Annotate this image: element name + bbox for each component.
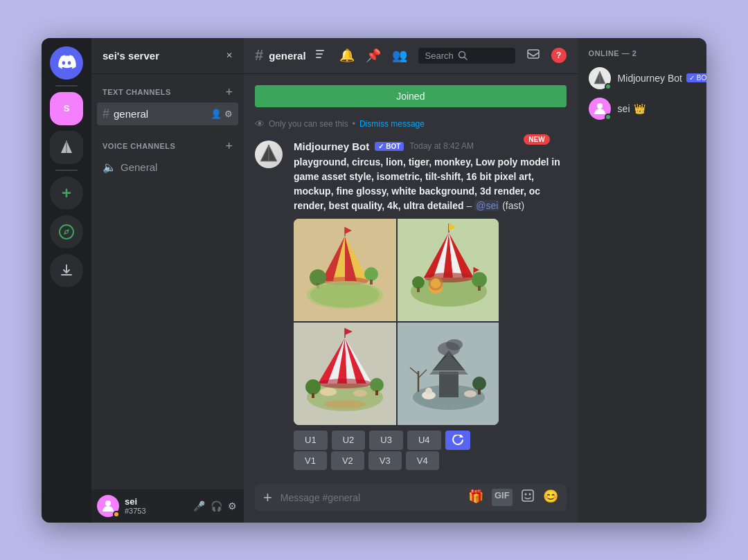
u4-button[interactable]: U4 — [407, 431, 441, 450]
member-item-sei[interactable]: sei 👑 — [583, 93, 706, 124]
discord-home-button[interactable] — [50, 46, 83, 80]
midjourney-avatar — [589, 67, 611, 89]
server-header[interactable]: sei's server ✕ — [91, 38, 244, 74]
midjourney-name: Midjourney Bot — [618, 73, 682, 84]
u2-button[interactable]: U2 — [332, 431, 366, 450]
server-icon-sail[interactable] — [50, 131, 83, 164]
server-sidebar: S + — [42, 38, 91, 523]
channel-item-general[interactable]: # general 👤 ⚙ — [97, 102, 238, 125]
svg-point-62 — [305, 379, 321, 395]
discover-button[interactable] — [50, 215, 83, 249]
search-bar[interactable]: Search — [418, 48, 515, 64]
generated-image-1 — [294, 219, 396, 321]
bot-avatar — [255, 141, 283, 168]
svg-point-85 — [524, 494, 526, 496]
server-name: sei's server — [103, 50, 159, 62]
u3-button[interactable]: U3 — [369, 431, 403, 450]
chat-hash-icon: # — [255, 46, 263, 64]
text-channels-label: TEXT CHANNELS — [103, 88, 171, 96]
v1-button[interactable]: V1 — [294, 451, 327, 470]
members-icon[interactable]: 👥 — [392, 48, 407, 63]
emoji-icon[interactable]: 😊 — [543, 489, 558, 506]
server-divider-2 — [55, 170, 78, 171]
dismiss-note: Only you can see this — [269, 119, 348, 129]
v3-button[interactable]: V3 — [368, 451, 402, 470]
u1-button[interactable]: U1 — [294, 431, 328, 450]
refresh-icon — [452, 435, 463, 446]
user-info: sei #3753 — [125, 496, 186, 515]
user-name: sei — [125, 496, 186, 507]
sei-member-info: sei 👑 — [618, 103, 645, 114]
add-text-channel-button[interactable]: + — [225, 85, 233, 100]
svg-point-23 — [364, 267, 378, 281]
image-cell-2[interactable] — [398, 219, 499, 321]
svg-point-57 — [318, 379, 372, 388]
sei-avatar-icon — [592, 101, 607, 116]
download-button[interactable] — [50, 254, 83, 287]
gift-icon[interactable]: 🎁 — [468, 489, 483, 506]
svg-rect-69 — [439, 371, 458, 397]
channel-item-general-voice[interactable]: 🔈 General — [97, 156, 238, 178]
generated-image-4 — [398, 323, 499, 425]
member-item-midjourney[interactable]: Midjourney Bot ✓ BOT — [583, 63, 706, 93]
threads-icon[interactable] — [314, 47, 328, 64]
eye-icon: 👁 — [255, 118, 265, 129]
message-input[interactable] — [280, 484, 460, 512]
svg-point-81 — [472, 377, 486, 390]
image-cell-3[interactable] — [294, 323, 396, 425]
v2-button[interactable]: V2 — [331, 451, 364, 470]
image-cell-4[interactable] — [398, 323, 499, 425]
headset-icon[interactable]: 🎧 — [209, 499, 224, 513]
channel-settings-icon[interactable]: ⚙ — [224, 109, 233, 119]
svg-point-58 — [320, 388, 337, 396]
user-area: sei #3753 🎤 🎧 ⚙ — [91, 489, 244, 523]
settings-icon[interactable]: ⚙ — [226, 499, 238, 513]
channel-name-general: general — [114, 108, 206, 120]
bot-message: NEW Midjourney Bot ✓ B — [244, 138, 578, 473]
chat-header: # general 🔔 📌 👥 Search — [244, 38, 578, 74]
sticker-icon[interactable] — [521, 489, 535, 506]
pin-icon[interactable]: 📌 — [366, 48, 381, 63]
svg-point-44 — [472, 272, 487, 287]
midjourney-logo — [256, 142, 281, 167]
inbox-icon[interactable] — [526, 47, 540, 64]
image-grid — [294, 219, 499, 425]
channel-members-icon[interactable]: 👤 — [211, 109, 222, 119]
help-icon[interactable]: ? — [551, 48, 567, 63]
server-icon-sei[interactable]: S — [50, 92, 83, 125]
v4-button[interactable]: V4 — [406, 451, 439, 470]
notifications-icon[interactable]: 🔔 — [339, 48, 355, 63]
app-window: S + sei's server ✕ — [42, 38, 706, 523]
svg-point-76 — [425, 388, 432, 395]
svg-rect-6 — [316, 53, 323, 55]
svg-point-25 — [307, 281, 383, 309]
svg-point-59 — [353, 390, 367, 397]
svg-rect-84 — [522, 490, 533, 501]
image-cell-1[interactable] — [294, 219, 396, 321]
svg-rect-7 — [316, 57, 321, 58]
svg-point-3 — [66, 231, 68, 233]
sei-online-dot — [605, 114, 612, 120]
svg-point-74 — [446, 339, 463, 350]
bot-avatar-image — [255, 141, 283, 168]
members-sidebar: ONLINE — 2 Midjourney Bot ✓ BOT — [578, 38, 706, 523]
main-chat-area: # general 🔔 📌 👥 Search — [244, 38, 578, 523]
action-buttons-row2: V1 V2 V3 V4 — [294, 451, 567, 470]
dismiss-link[interactable]: Dismiss message — [359, 119, 425, 129]
message-author: Midjourney Bot — [294, 141, 369, 152]
bot-badge-label: BOT — [386, 143, 400, 150]
chat-messages: Joined 👁 Only you can see this • Dismiss… — [244, 74, 578, 484]
header-icons: 🔔 📌 👥 Search ? — [314, 47, 567, 64]
dismiss-dot: • — [353, 119, 355, 129]
microphone-icon[interactable]: 🎤 — [192, 499, 206, 513]
action-buttons: U1 U2 U3 U4 — [294, 431, 567, 450]
refresh-button[interactable] — [445, 431, 470, 450]
add-voice-channel-button[interactable]: + — [225, 139, 233, 154]
user-tag: #3753 — [125, 507, 186, 515]
svg-point-89 — [597, 103, 603, 109]
gif-icon[interactable]: GIF — [492, 489, 513, 506]
sei-member-name: sei — [618, 103, 630, 114]
add-file-button[interactable]: + — [263, 489, 272, 507]
svg-point-77 — [464, 390, 477, 397]
add-server-button[interactable]: + — [50, 177, 83, 210]
